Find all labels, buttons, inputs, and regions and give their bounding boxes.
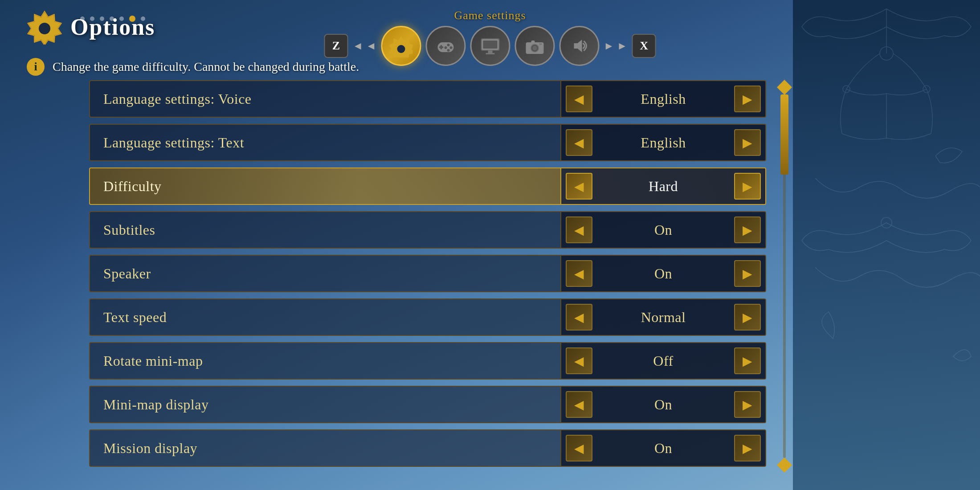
setting-label-2: Difficulty bbox=[90, 178, 560, 195]
settings-container: Language settings: Voice◀English▶Languag… bbox=[89, 80, 766, 472]
ctrl-value-7: On bbox=[592, 396, 734, 413]
ctrl-left-arrow-2[interactable]: ◀ bbox=[566, 173, 592, 200]
nav-dot-2 bbox=[90, 16, 94, 21]
tab-display[interactable] bbox=[470, 26, 510, 66]
svg-rect-18 bbox=[488, 50, 492, 53]
setting-control-4: ◀On▶ bbox=[560, 256, 765, 291]
ctrl-value-5: Normal bbox=[592, 309, 734, 326]
nav-dot-5 bbox=[119, 16, 124, 21]
ctrl-right-arrow-0[interactable]: ▶ bbox=[734, 86, 761, 112]
ctrl-left-arrow-4[interactable]: ◀ bbox=[566, 260, 592, 287]
ctrl-right-arrow-5[interactable]: ▶ bbox=[734, 304, 761, 331]
setting-label-1: Language settings: Text bbox=[90, 135, 560, 151]
ctrl-left-arrow-3[interactable]: ◀ bbox=[566, 216, 592, 243]
svg-rect-19 bbox=[486, 53, 494, 54]
ctrl-left-arrow-6[interactable]: ◀ bbox=[566, 347, 592, 374]
nav-right-arrows: ► ► bbox=[604, 40, 628, 52]
svg-point-14 bbox=[447, 49, 449, 52]
setting-row-1[interactable]: Language settings: Text◀English▶ bbox=[89, 124, 766, 161]
ctrl-value-0: English bbox=[592, 91, 734, 107]
setting-row-2[interactable]: Difficulty◀Hard▶ bbox=[89, 167, 766, 205]
svg-rect-23 bbox=[531, 41, 535, 43]
svg-point-12 bbox=[447, 44, 449, 46]
svg-point-0 bbox=[880, 47, 893, 60]
nav-dot-active bbox=[129, 16, 135, 22]
ctrl-right-arrow-8[interactable]: ▶ bbox=[734, 435, 761, 461]
ctrl-value-6: Off bbox=[592, 353, 734, 369]
nav-key-z[interactable]: Z bbox=[324, 34, 348, 58]
ctrl-left-arrow-8[interactable]: ◀ bbox=[566, 435, 592, 461]
svg-point-22 bbox=[532, 46, 537, 50]
setting-control-0: ◀English▶ bbox=[560, 81, 765, 117]
svg-point-3 bbox=[881, 217, 892, 228]
tab-label: Game settings bbox=[454, 9, 526, 22]
ctrl-left-arrow-7[interactable]: ◀ bbox=[566, 391, 592, 418]
info-icon: i bbox=[27, 58, 45, 76]
decorative-panel bbox=[793, 0, 980, 490]
ctrl-right-arrow-3[interactable]: ▶ bbox=[734, 216, 761, 243]
ctrl-left-arrow-5[interactable]: ◀ bbox=[566, 304, 592, 331]
svg-point-13 bbox=[449, 46, 452, 49]
ctrl-left-arrow-0[interactable]: ◀ bbox=[566, 86, 592, 112]
setting-label-5: Text speed bbox=[90, 309, 560, 326]
svg-point-1 bbox=[843, 86, 850, 93]
settings-list: Language settings: Voice◀English▶Languag… bbox=[89, 80, 766, 467]
ctrl-value-2: Hard bbox=[592, 178, 734, 195]
ctrl-right-arrow-6[interactable]: ▶ bbox=[734, 347, 761, 374]
setting-label-7: Mini-map display bbox=[90, 396, 560, 413]
svg-marker-25 bbox=[574, 40, 582, 52]
setting-row-6[interactable]: Rotate mini-map◀Off▶ bbox=[89, 342, 766, 380]
ctrl-right-arrow-4[interactable]: ▶ bbox=[734, 260, 761, 287]
ctrl-right-arrow-2[interactable]: ▶ bbox=[734, 173, 761, 200]
scrollbar-top-diamond bbox=[777, 80, 792, 95]
ctrl-left-arrow-1[interactable]: ◀ bbox=[566, 129, 592, 156]
ctrl-value-8: On bbox=[592, 440, 734, 457]
ctrl-right-arrow-1[interactable]: ▶ bbox=[734, 129, 761, 156]
svg-point-2 bbox=[923, 86, 930, 93]
info-bar: i Change the game difficulty. Cannot be … bbox=[27, 58, 359, 76]
ctrl-value-3: On bbox=[592, 222, 734, 238]
setting-row-0[interactable]: Language settings: Voice◀English▶ bbox=[89, 80, 766, 118]
setting-control-5: ◀Normal▶ bbox=[560, 299, 765, 335]
svg-point-8 bbox=[397, 45, 405, 53]
nav-dot-3 bbox=[100, 16, 104, 21]
svg-rect-24 bbox=[539, 43, 542, 45]
scrollbar-bottom-diamond bbox=[777, 457, 792, 473]
nav-left-arrows: ◄ ◄ bbox=[352, 40, 376, 52]
svg-point-15 bbox=[444, 46, 447, 49]
ctrl-value-4: On bbox=[592, 265, 734, 282]
setting-label-3: Subtitles bbox=[90, 222, 560, 238]
ctrl-value-1: English bbox=[592, 135, 734, 151]
setting-control-8: ◀On▶ bbox=[560, 430, 765, 466]
svg-rect-17 bbox=[483, 41, 497, 49]
scrollbar-thumb[interactable] bbox=[780, 94, 788, 175]
svg-point-5 bbox=[38, 22, 51, 35]
setting-row-7[interactable]: Mini-map display◀On▶ bbox=[89, 386, 766, 423]
setting-row-3[interactable]: Subtitles◀On▶ bbox=[89, 211, 766, 249]
tab-controller[interactable] bbox=[425, 26, 466, 66]
setting-row-5[interactable]: Text speed◀Normal▶ bbox=[89, 298, 766, 336]
setting-label-6: Rotate mini-map bbox=[90, 353, 560, 369]
setting-control-1: ◀English▶ bbox=[560, 125, 765, 160]
setting-row-8[interactable]: Mission display◀On▶ bbox=[89, 429, 766, 467]
deco-pattern-svg bbox=[793, 0, 980, 490]
svg-rect-11 bbox=[439, 46, 443, 48]
setting-control-3: ◀On▶ bbox=[560, 212, 765, 248]
ctrl-right-arrow-7[interactable]: ▶ bbox=[734, 391, 761, 418]
nav-dot-4 bbox=[110, 16, 114, 21]
setting-row-4[interactable]: Speaker◀On▶ bbox=[89, 255, 766, 292]
scrollbar[interactable] bbox=[780, 80, 788, 472]
setting-control-6: ◀Off▶ bbox=[560, 343, 765, 379]
setting-label-8: Mission display bbox=[90, 440, 560, 457]
nav-dot-1 bbox=[80, 16, 85, 21]
tab-audio[interactable] bbox=[559, 26, 599, 66]
tab-game[interactable] bbox=[381, 26, 421, 66]
setting-label-4: Speaker bbox=[90, 265, 560, 282]
setting-control-7: ◀On▶ bbox=[560, 387, 765, 422]
nav-key-x[interactable]: X bbox=[632, 34, 656, 58]
options-icon bbox=[27, 9, 62, 45]
setting-label-0: Language settings: Voice bbox=[90, 91, 560, 107]
scrollbar-track[interactable] bbox=[783, 94, 786, 458]
tab-camera[interactable] bbox=[514, 26, 555, 66]
setting-control-2: ◀Hard▶ bbox=[560, 168, 765, 204]
